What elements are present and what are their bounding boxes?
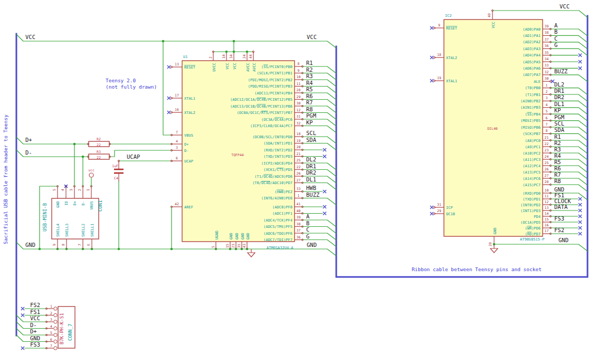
pin-number: 15: [225, 244, 230, 248]
pin-number: 27: [545, 174, 549, 178]
net-label: FS3: [554, 215, 564, 222]
net-label-ucap: UCAP: [127, 154, 140, 160]
net-label: R7: [554, 171, 561, 178]
pin-name: (ADC6/TDO)PF6: [263, 232, 292, 236]
pin-number: 19: [437, 76, 441, 80]
pin-number: 9: [52, 244, 56, 246]
pin-name: (AIN0)PB2: [520, 99, 541, 103]
pin-name: D+: [184, 142, 188, 147]
net-label: R8: [306, 106, 313, 112]
pin-number: 30: [297, 101, 301, 106]
con1-ref: CON1: [98, 200, 103, 212]
net-label: BUZZ: [306, 191, 319, 198]
pin-name: (A13)PC5: [523, 170, 541, 175]
pin-name: (SCK)PB7: [523, 132, 541, 136]
pin-number: 2: [546, 90, 548, 94]
pin-name: (PDO/MISO/PCINT3)PB3: [248, 84, 292, 89]
pin-number: 21: [545, 136, 549, 140]
pin-number: 2: [50, 311, 52, 315]
no-connect-x: [579, 209, 582, 212]
con1-value: USB-MINI-B: [42, 203, 48, 232]
net-label: DR2: [306, 169, 316, 176]
pin-number: 23: [231, 244, 235, 248]
pin-number: 1: [86, 189, 90, 191]
no-connect-x: [430, 212, 433, 215]
net-label-gnd: GND: [558, 237, 568, 243]
pin-number: 24: [242, 54, 247, 59]
net-label: R8: [554, 178, 561, 184]
gnd-wire: [494, 244, 587, 251]
u1-value: ATMEGA32U4-A: [267, 246, 293, 250]
no-connect-x: [21, 307, 24, 310]
connector-pin-circle: [54, 327, 57, 330]
schematic-page: Teensy 2.0 (not fully drawn) Ribbon cabl…: [0, 0, 597, 364]
connector-pin-circle: [54, 320, 57, 323]
pin-name: D-: [184, 149, 188, 153]
net-label: R5: [306, 86, 313, 92]
pin-name: (AD0)PA0: [523, 27, 541, 32]
pin-name: GND: [229, 233, 233, 240]
net-label: G: [306, 233, 309, 240]
vbus-wire: [163, 41, 172, 135]
pin-name: RESET: [184, 65, 196, 70]
pin-name: SHELL3: [65, 224, 69, 237]
pin-name: (AD2)PA2: [523, 40, 541, 44]
bus-entry-wire: [302, 198, 336, 205]
pin-number: 14: [222, 54, 226, 59]
no-connect-x: [430, 206, 433, 209]
no-connect-x: [430, 56, 433, 59]
net-label: R5: [554, 159, 561, 165]
net-label: R1: [306, 60, 313, 66]
pin-number: 32: [545, 70, 549, 74]
conn7-value: B7K-PH-K-S1: [59, 313, 64, 344]
net-label: B: [554, 28, 557, 35]
pin-name: (ICP3/CLK0/OC4A)PC7: [250, 124, 292, 128]
net-label: D+: [30, 328, 37, 334]
net-label: R2: [306, 66, 313, 73]
u1-ref: U1: [183, 55, 187, 59]
pin-number: 6: [176, 156, 178, 160]
pin-number: 31: [297, 114, 301, 119]
pin-number: 34: [229, 54, 233, 59]
pin-name: (T0/OC4D/ADC10)PD7: [252, 181, 292, 185]
net-label: VCC: [30, 315, 40, 321]
pin-name: AVCC: [252, 63, 257, 72]
no-connect-x: [579, 226, 582, 229]
pin-number: 8: [546, 129, 548, 133]
net-label: HWB: [306, 185, 316, 191]
pin-name: (T1/OC4D/ADC9)PD6: [254, 175, 292, 179]
no-connect-x: [323, 190, 326, 193]
pin-name: (INT0)PD2: [520, 203, 541, 207]
note-ribbon-cable: Ribbon cable between Teensy pins and soc…: [412, 266, 542, 272]
pin-number: 24: [545, 155, 549, 159]
pin-name: (WR)PD6: [525, 226, 541, 231]
no-connect-x: [323, 212, 326, 215]
net-label: PGM: [306, 112, 316, 119]
net-label: KP: [306, 119, 313, 126]
net-label: C: [554, 35, 557, 42]
vcc-power-symbol: [89, 173, 93, 177]
no-connect-x: [21, 347, 24, 350]
pin-name: (ADC5/TMS)PF5: [263, 225, 292, 229]
pin-number: 5: [50, 331, 52, 335]
pin-name: (HWB)PE2: [274, 190, 292, 194]
pin-name: (INT1)PD3: [520, 209, 541, 213]
pin-number: 23: [545, 148, 549, 152]
pin-name: OC1B: [446, 212, 455, 216]
net-label: GND: [30, 335, 40, 341]
pin-number: 6: [50, 338, 52, 342]
junction-dot: [233, 51, 235, 53]
pin-name: (AD3)PA3: [523, 47, 541, 51]
pin-name: (ICP2/ADC8)PD4: [261, 161, 292, 166]
pin-number: 28: [545, 180, 549, 184]
pin-number: 34: [545, 57, 549, 61]
pin-name: UCAP: [184, 159, 193, 164]
no-connect-x: [579, 215, 582, 218]
pin-name: (SS)PB4: [525, 112, 541, 117]
pin-number: 7: [546, 122, 548, 127]
no-connect-x: [430, 26, 433, 30]
pin-name: AVCC: [246, 63, 250, 72]
net-label: DL2: [554, 81, 564, 88]
pin-name: (ADC4/TCK)PF4: [263, 218, 292, 223]
junction-dot: [225, 51, 228, 53]
